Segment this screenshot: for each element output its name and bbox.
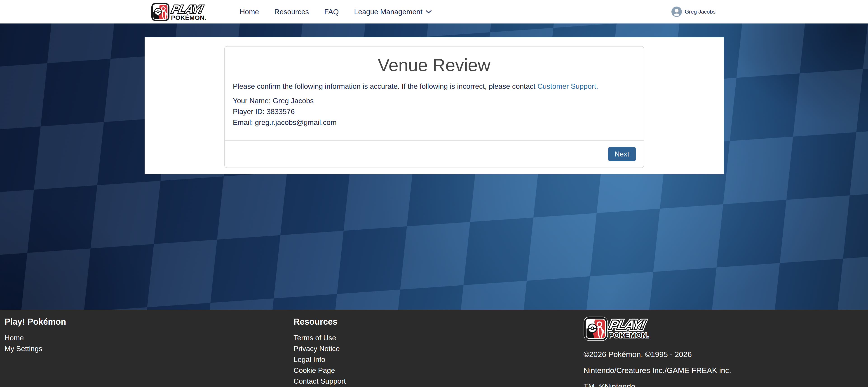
confirm-instructions: Please confirm the following information… <box>233 81 636 92</box>
page: PLAY! POKÉMON. Home Resources FAQ League… <box>0 0 868 387</box>
confirm-instructions-text: Please confirm the following information… <box>233 82 537 90</box>
nav-links: Home Resources FAQ League Management <box>232 8 439 16</box>
footer-link-privacy-notice[interactable]: Privacy Notice <box>293 343 577 354</box>
confirm-instructions-suffix: . <box>596 82 598 90</box>
nav-faq[interactable]: FAQ <box>316 8 346 16</box>
player-email-line: Email: greg.r.jacobs@gmail.com <box>233 117 636 128</box>
footer-play-pokemon-logo-icon: PLAY! PLAY! POKÉMON. <box>584 317 651 341</box>
footer-logo-pokemon-text: POKÉMON. <box>609 331 649 340</box>
player-id-line: Player ID: 3833576 <box>233 106 636 117</box>
user-avatar-icon <box>672 6 682 17</box>
top-navbar: PLAY! POKÉMON. Home Resources FAQ League… <box>0 0 868 24</box>
player-name-line: Your Name: Greg Jacobs <box>233 95 636 106</box>
nav-home-label: Home <box>240 8 259 16</box>
nav-league-management[interactable]: League Management <box>346 8 439 16</box>
footer-link-cookie-page[interactable]: Cookie Page <box>293 365 577 376</box>
logo-pokemon-text: POKÉMON. <box>171 14 206 21</box>
content-panel: Venue Review Please confirm the followin… <box>145 37 724 174</box>
logo-play-text: PLAY! <box>170 3 204 15</box>
play-pokemon-logo[interactable]: PLAY! POKÉMON. <box>151 3 223 21</box>
footer-heading-play-pokemon: Play! Pokémon <box>4 317 291 327</box>
user-name: Greg Jacobs <box>685 8 715 15</box>
footer-play-pokemon-column: Play! Pokémon Home My Settings <box>4 317 291 387</box>
nav-resources-label: Resources <box>274 8 309 16</box>
footer-link-contact-support[interactable]: Contact Support <box>293 376 577 387</box>
venue-review-card-body: Venue Review Please confirm the followin… <box>225 46 644 128</box>
footer-link-home[interactable]: Home <box>4 332 291 343</box>
page-title: Venue Review <box>233 55 636 76</box>
checkered-background: Venue Review Please confirm the followin… <box>0 24 868 310</box>
footer-legal-column: PLAY! PLAY! POKÉMON. ©2026 Pokémon. ©199… <box>577 317 864 387</box>
chevron-down-icon <box>426 10 432 13</box>
footer-link-terms-of-use[interactable]: Terms of Use <box>293 332 577 343</box>
venue-review-card: Venue Review Please confirm the followin… <box>224 46 644 168</box>
nav-faq-label: FAQ <box>324 8 339 16</box>
user-menu[interactable]: Greg Jacobs <box>672 6 715 17</box>
card-footer: Next <box>225 140 644 167</box>
play-pokemon-logo-icon: PLAY! POKÉMON. <box>151 3 223 21</box>
site-footer: Play! Pokémon Home My Settings Resources… <box>0 310 868 387</box>
footer-resources-column: Resources Terms of Use Privacy Notice Le… <box>291 317 577 387</box>
player-info-block: Your Name: Greg Jacobs Player ID: 383357… <box>233 95 636 128</box>
footer-heading-resources: Resources <box>293 317 577 327</box>
next-button[interactable]: Next <box>608 147 636 161</box>
nav-resources[interactable]: Resources <box>267 8 316 16</box>
footer-link-legal-info[interactable]: Legal Info <box>293 354 577 365</box>
nav-league-management-label: League Management <box>354 8 422 16</box>
footer-logo-play-text: PLAY! <box>608 318 646 332</box>
footer-link-my-settings[interactable]: My Settings <box>4 343 291 354</box>
nav-home[interactable]: Home <box>232 8 267 16</box>
customer-support-link[interactable]: Customer Support <box>537 82 596 90</box>
copyright-text: ©2026 Pokémon. ©1995 - 2026 Nintendo/Cre… <box>584 346 742 387</box>
